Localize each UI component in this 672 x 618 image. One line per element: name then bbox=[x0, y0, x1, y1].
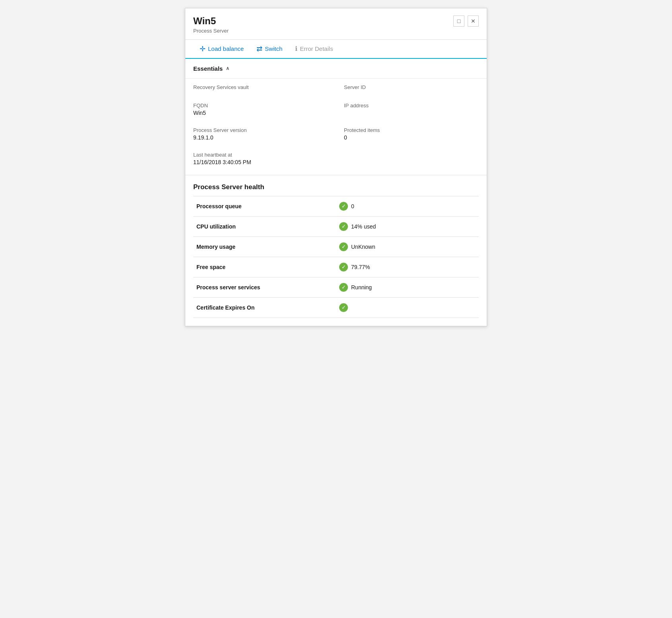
essentials-label-fqdn: FQDN bbox=[193, 103, 328, 108]
toolbar: ✛ Load balance ⇄ Switch ℹ Error Details bbox=[185, 40, 487, 59]
health-name-memory: Memory usage bbox=[193, 236, 336, 257]
essentials-label-ip: IP address bbox=[344, 103, 479, 108]
switch-button[interactable]: ⇄ Switch bbox=[250, 40, 289, 58]
panel-header: Win5 Process Server □ ✕ bbox=[185, 8, 487, 40]
health-value-freespace: ✓ 79.77% bbox=[336, 257, 479, 277]
health-name-certificate: Certificate Expires On bbox=[193, 297, 336, 318]
essentials-cell-ip: IP address bbox=[336, 97, 487, 122]
health-value-certificate: ✓ bbox=[336, 297, 479, 318]
panel-title: Win5 bbox=[193, 15, 229, 27]
essentials-cell-heartbeat: Last heartbeat at 11/16/2018 3:40:05 PM bbox=[185, 146, 336, 171]
essentials-value-heartbeat: 11/16/2018 3:40:05 PM bbox=[193, 159, 328, 165]
health-name-services: Process server services bbox=[193, 277, 336, 297]
health-row-services: Process server services ✓ Running bbox=[193, 277, 479, 297]
essentials-label-heartbeat: Last heartbeat at bbox=[193, 152, 328, 158]
essentials-cell-fqdn: FQDN Win5 bbox=[185, 97, 336, 122]
error-details-icon: ℹ bbox=[295, 45, 297, 52]
check-icon-freespace: ✓ bbox=[339, 263, 348, 271]
essentials-value-protected: 0 bbox=[344, 134, 479, 141]
check-icon-cpu: ✓ bbox=[339, 222, 348, 231]
check-icon-services: ✓ bbox=[339, 283, 348, 292]
health-name-cpu: CPU utilization bbox=[193, 216, 336, 236]
switch-icon: ⇄ bbox=[256, 45, 262, 53]
health-value-cpu: ✓ 14% used bbox=[336, 216, 479, 236]
health-val-freespace: 79.77% bbox=[351, 264, 370, 270]
essentials-cell-serverid: Server ID bbox=[336, 79, 487, 97]
essentials-label-serverid: Server ID bbox=[344, 84, 479, 90]
essentials-label: Essentials bbox=[193, 65, 223, 72]
health-val-memory: UnKnown bbox=[351, 244, 375, 250]
minimize-button[interactable]: □ bbox=[453, 15, 464, 27]
health-section: Process Server health Processor queue ✓ … bbox=[185, 175, 487, 318]
panel-controls: □ ✕ bbox=[453, 15, 479, 27]
health-value-processor: ✓ 0 bbox=[336, 196, 479, 216]
health-val-processor: 0 bbox=[351, 203, 354, 209]
essentials-cell-empty bbox=[336, 146, 487, 171]
error-details-label: Error Details bbox=[300, 45, 333, 52]
switch-label: Switch bbox=[265, 45, 282, 52]
essentials-section-header[interactable]: Essentials ∧ bbox=[185, 59, 487, 79]
load-balance-label: Load balance bbox=[208, 45, 244, 52]
health-table: Processor queue ✓ 0 CPU utilization ✓ 14… bbox=[193, 196, 479, 318]
health-name-processor: Processor queue bbox=[193, 196, 336, 216]
essentials-cell-version: Process Server version 9.19.1.0 bbox=[185, 122, 336, 146]
health-row-certificate: Certificate Expires On ✓ bbox=[193, 297, 479, 318]
check-icon-certificate: ✓ bbox=[339, 303, 348, 312]
health-val-services: Running bbox=[351, 284, 372, 291]
load-balance-icon: ✛ bbox=[200, 45, 206, 53]
check-icon-processor: ✓ bbox=[339, 202, 348, 211]
essentials-label-version: Process Server version bbox=[193, 127, 328, 133]
essentials-label-protected: Protected items bbox=[344, 127, 479, 133]
health-row-processor: Processor queue ✓ 0 bbox=[193, 196, 479, 216]
error-details-button[interactable]: ℹ Error Details bbox=[289, 40, 339, 57]
essentials-grid: Recovery Services vault Server ID FQDN W… bbox=[185, 79, 487, 171]
health-value-memory: ✓ UnKnown bbox=[336, 236, 479, 257]
title-block: Win5 Process Server bbox=[193, 15, 229, 34]
panel-subtitle: Process Server bbox=[193, 28, 229, 34]
health-section-title: Process Server health bbox=[193, 183, 479, 191]
close-button[interactable]: ✕ bbox=[468, 15, 479, 27]
health-row-memory: Memory usage ✓ UnKnown bbox=[193, 236, 479, 257]
load-balance-button[interactable]: ✛ Load balance bbox=[193, 40, 250, 58]
main-panel: Win5 Process Server □ ✕ ✛ Load balance ⇄… bbox=[185, 8, 487, 326]
health-row-cpu: CPU utilization ✓ 14% used bbox=[193, 216, 479, 236]
essentials-cell-protected: Protected items 0 bbox=[336, 122, 487, 146]
health-row-freespace: Free space ✓ 79.77% bbox=[193, 257, 479, 277]
health-value-services: ✓ Running bbox=[336, 277, 479, 297]
essentials-cell-recovery: Recovery Services vault bbox=[185, 79, 336, 97]
check-icon-memory: ✓ bbox=[339, 242, 348, 251]
essentials-value-fqdn: Win5 bbox=[193, 110, 328, 116]
essentials-value-version: 9.19.1.0 bbox=[193, 134, 328, 141]
chevron-up-icon: ∧ bbox=[226, 66, 229, 71]
health-val-cpu: 14% used bbox=[351, 223, 376, 230]
essentials-label-recovery: Recovery Services vault bbox=[193, 84, 328, 90]
health-name-freespace: Free space bbox=[193, 257, 336, 277]
